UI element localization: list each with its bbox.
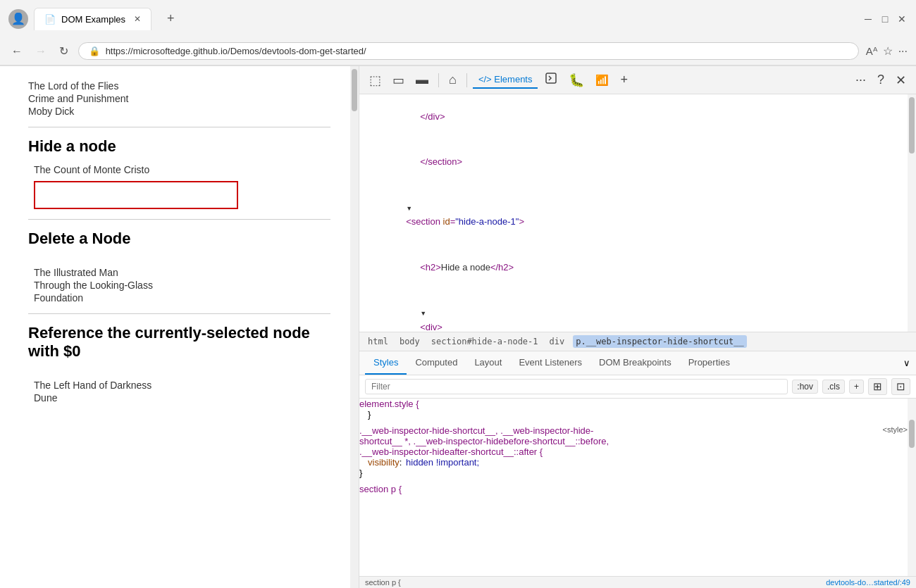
dom-scrollbar[interactable] [908,94,916,332]
css-selector-cont2: .__web-inspector-hideafter-shortcut__::a… [359,446,908,457]
book-3: Moby Dick [28,106,330,117]
forward-button[interactable]: → [32,42,49,61]
chevron-down-icon[interactable]: ∨ [903,358,910,368]
css-selector-line-3: section p { [359,484,908,494]
tab-layout[interactable]: Layout [466,351,510,375]
expand-icon: ▼ [406,204,412,213]
book-2: Crime and Punishment [28,93,330,104]
toolbar-separator [438,73,439,87]
book-illus: The Illustrated Man [28,267,330,278]
close-button[interactable]: ✕ [896,13,908,25]
tab-event-listeners[interactable]: Event Listeners [510,351,590,375]
css-value-hidden: hidden !important; [404,457,479,468]
css-closing-2: } [359,468,908,478]
toolbar-separator-2 [466,73,467,87]
monte-cristo-text: The Count of Monte Cristo [28,164,330,175]
styles-scrollbar-thumb[interactable] [909,420,915,448]
url-text: https://microsoftedge.github.io/Demos/de… [106,46,366,56]
main-area: The Lord of the Flies Crime and Punishme… [0,66,916,588]
filter-input[interactable] [365,379,788,394]
breadcrumb-div[interactable]: div [547,335,568,348]
book-1: The Lord of the Flies [28,80,330,92]
network-button[interactable]: 📶 [591,70,613,90]
address-bar: ← → ↻ 🔒 https://microsoftedge.github.io/… [0,37,916,65]
dom-tag: <div> [420,322,442,332]
dom-line[interactable]: </div> [359,94,908,139]
url-bar[interactable]: 🔒 https://microsoftedge.github.io/Demos/… [78,42,859,60]
style-action-2[interactable]: ⊡ [891,378,910,395]
section2-title: Hide a node [28,137,330,156]
back-button[interactable]: ← [8,42,25,61]
more-tools-button[interactable]: ··· [851,70,870,90]
dom-tree-content[interactable]: </div> </section> ▼ <section id="hide-a-… [359,94,908,332]
css-selector-text-2: .__web-inspector-hide-shortcut__, .__web… [359,425,593,436]
add-panel-button[interactable]: + [616,70,632,90]
css-prop-visibility: visibility [368,457,400,468]
breadcrumb-p[interactable]: p.__web-inspector-hide-shortcut__ [573,335,746,348]
dom-tag: </div> [420,111,445,122]
inspect-element-button[interactable]: ⬚ [365,70,385,91]
browser-tab[interactable]: 📄 DOM Examples ✕ [34,8,151,30]
favorites-icon[interactable]: ☆ [883,44,893,58]
dom-close-tag: </h2> [490,262,514,273]
device-emulation-button[interactable]: ▭ [388,70,409,91]
tab-icon: 📄 [44,14,56,25]
tab-styles[interactable]: Styles [365,351,407,375]
bug-button[interactable]: 🐛 [564,70,588,91]
css-selector-line: element.style { [359,399,908,409]
panel-layout-button[interactable]: ▬ [411,70,433,90]
new-tab-button[interactable]: + [157,6,185,32]
css-rule-element-style: element.style { } [359,399,908,420]
dom-tag: <section id="hide-a-node-1"> [406,216,524,227]
css-closing-brace: } [368,409,371,420]
tab-computed[interactable]: Computed [407,351,466,375]
more-icon[interactable]: ··· [898,45,908,58]
css-selector-line-2: .__web-inspector-hide-shortcut__, .__web… [359,425,908,436]
style-tabs: Styles Computed Layout Event Listeners D… [359,351,916,375]
breadcrumb-bar: html body section#hide-a-node-1 div p.__… [359,332,916,351]
elements-panel-button[interactable]: </> Elements [473,71,538,89]
dom-line[interactable]: </section> [359,139,908,184]
book-foundation: Foundation [28,292,330,304]
page-scrollbar-thumb[interactable] [352,69,357,111]
breadcrumb-body[interactable]: body [397,335,423,348]
hov-button[interactable]: :hov [792,380,818,394]
help-button[interactable]: ? [873,70,889,90]
css-selector-text-5: section p { [359,484,402,494]
status-bar: section p { devtools-do…started/:49 [359,576,916,588]
cls-button[interactable]: .cls [822,380,845,394]
reader-mode-icon[interactable]: Aᴬ [866,45,877,58]
refresh-button[interactable]: ↻ [56,42,71,61]
add-style-button[interactable]: + [849,380,864,394]
css-selector-text-4: .__web-inspector-hideafter-shortcut__::a… [359,446,543,457]
hidden-element-box [34,181,238,209]
devtools-toolbar: ⬚ ▭ ▬ ⌂ </> Elements 🐛 📶 + ··· ? ✕ [359,66,916,94]
dom-line[interactable]: ▼ <section id="hide-a-node-1"> [359,185,908,245]
dom-line[interactable]: ▼ <div> [359,290,908,331]
dom-scrollbar-thumb[interactable] [909,97,915,154]
devtools-panel: ⬚ ▭ ▬ ⌂ </> Elements 🐛 📶 + ··· ? ✕ [359,66,916,588]
home-button[interactable]: ⌂ [445,70,461,90]
maximize-button[interactable]: □ [879,13,891,25]
css-block-2: visibility: hidden !important; [368,457,908,468]
tab-dom-breakpoints[interactable]: DOM Breakpoints [590,351,680,375]
minimize-button[interactable]: ─ [862,13,874,25]
css-rule-inspector: .__web-inspector-hide-shortcut__, .__web… [359,425,908,478]
divider-1 [28,127,330,127]
styles-body: element.style { } .__web-inspector-hide-… [359,399,908,577]
dom-line[interactable]: <h2>Hide a node</h2> [359,245,908,290]
tab-properties[interactable]: Properties [680,351,738,375]
css-closing-brace-2: } [359,468,362,478]
style-action-1[interactable]: ⊞ [868,378,887,395]
breadcrumb-html[interactable]: html [365,335,391,348]
window-controls: ─ □ ✕ [862,13,908,25]
filter-bar: :hov .cls + ⊞ ⊡ [359,375,916,399]
title-bar: 👤 📄 DOM Examples ✕ + ─ □ ✕ [0,0,916,37]
console-panel-button[interactable] [540,69,562,91]
section4-title: Reference the currently-selected node wi… [28,324,330,361]
tab-close-icon[interactable]: ✕ [134,14,141,24]
breadcrumb-section[interactable]: section#hide-a-node-1 [428,335,541,348]
close-devtools-button[interactable]: ✕ [891,70,910,91]
browser-chrome: 👤 📄 DOM Examples ✕ + ─ □ ✕ ← → ↻ 🔒 https… [0,0,916,66]
styles-scrollbar[interactable] [908,399,916,577]
